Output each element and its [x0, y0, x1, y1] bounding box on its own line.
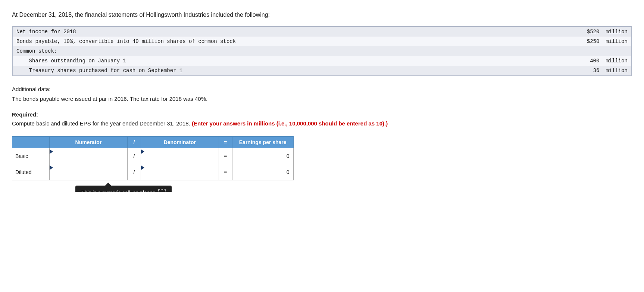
eps-label-basic: Basic [12, 148, 50, 164]
row-label: Bonds payable, 10%, convertible into 40 … [12, 37, 572, 46]
eps-header-numerator: Numerator [50, 137, 128, 148]
eps-numerator-diluted[interactable] [50, 164, 128, 180]
tooltip-close-button[interactable]: × [158, 189, 166, 192]
eps-header-eps: Earnings per share [232, 137, 293, 148]
additional-data-line1: Additional data: [12, 84, 632, 94]
tooltip-box: This is a numeric cell, so please × [75, 186, 172, 192]
eps-denominator-diluted-input[interactable] [141, 170, 219, 180]
eps-header-empty [12, 137, 50, 148]
triangle-icon [50, 165, 53, 170]
eps-numerator-diluted-input[interactable] [50, 170, 127, 180]
eps-header-equals: = [219, 137, 232, 148]
row-value [572, 46, 632, 56]
eps-label-diluted: Diluted [12, 164, 50, 180]
row-label: Treasury shares purchased for cash on Se… [12, 66, 572, 76]
eps-denominator-basic-input[interactable] [141, 154, 219, 164]
eps-value-diluted: 0 [232, 164, 293, 180]
financial-data-table: Net income for 2018 $520 million Bonds p… [12, 26, 632, 76]
tooltip-arrow [105, 183, 111, 186]
eps-slash-basic: / [127, 148, 141, 164]
eps-header-denominator: Denominator [141, 137, 219, 148]
eps-equals-diluted: = [219, 164, 232, 180]
table-row: Treasury shares purchased for cash on Se… [12, 66, 632, 76]
required-section: Required: Compute basic and diluted EPS … [12, 110, 632, 128]
additional-data-line2: The bonds payable were issued at par in … [12, 94, 632, 104]
row-value: 400 million [572, 56, 632, 66]
eps-value-basic: 0 [232, 148, 293, 164]
triangle-icon [50, 149, 53, 154]
eps-row-diluted: Diluted / = 0 [12, 164, 294, 180]
row-value: 36 million [572, 66, 632, 76]
eps-denominator-basic[interactable] [141, 148, 219, 164]
table-row: Net income for 2018 $520 million [12, 27, 632, 37]
required-label: Required: [12, 111, 38, 118]
table-row: Shares outstanding on January 1 400 mill… [12, 56, 632, 66]
eps-header-slash: / [127, 137, 141, 148]
intro-text: At December 31, 2018, the financial stat… [12, 10, 632, 19]
eps-denominator-diluted[interactable] [141, 164, 219, 180]
triangle-icon [141, 149, 144, 154]
row-value: $520 million [572, 27, 632, 37]
additional-data-section: Additional data: The bonds payable were … [12, 84, 632, 103]
table-row: Bonds payable, 10%, convertible into 40 … [12, 37, 632, 46]
eps-numerator-basic[interactable] [50, 148, 128, 164]
eps-slash-diluted: / [127, 164, 141, 180]
tooltip-text: This is a numeric cell, so please [81, 190, 155, 192]
table-row: Common stock: [12, 46, 632, 56]
eps-table-wrapper: Numerator / Denominator = Earnings per s… [12, 136, 294, 180]
eps-table: Numerator / Denominator = Earnings per s… [12, 136, 294, 180]
required-red-note: (Enter your answers in millions (i.e., 1… [192, 120, 388, 127]
row-label: Shares outstanding on January 1 [12, 56, 572, 66]
required-line1: Compute basic and diluted EPS for the ye… [12, 120, 190, 127]
eps-equals-basic: = [219, 148, 232, 164]
eps-row-basic: Basic / = 0 [12, 148, 294, 164]
row-value: $250 million [572, 37, 632, 46]
row-label: Common stock: [12, 46, 572, 56]
row-label: Net income for 2018 [12, 27, 572, 37]
eps-numerator-basic-input[interactable] [50, 154, 127, 164]
triangle-icon [141, 165, 144, 170]
